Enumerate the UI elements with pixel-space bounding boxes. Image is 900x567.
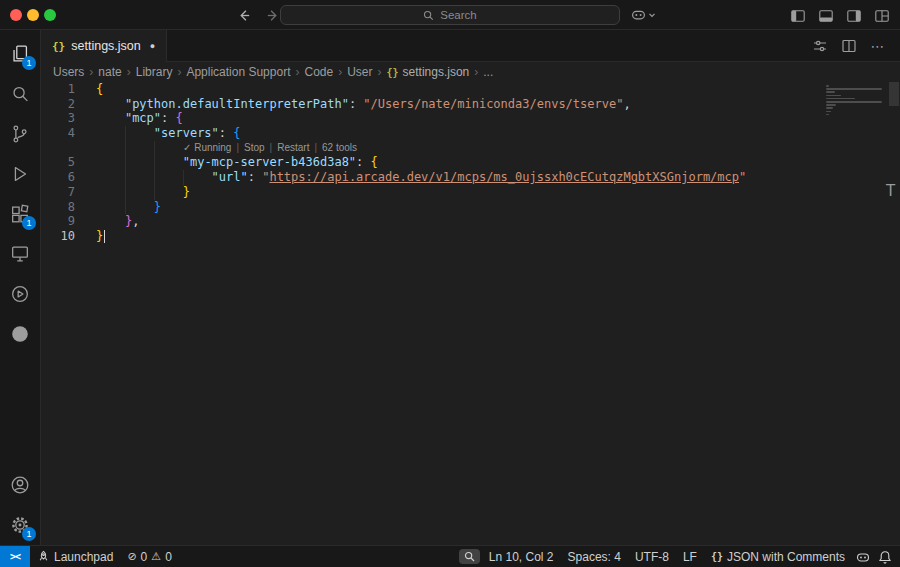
language-label: JSON with Comments (727, 550, 845, 564)
go-back-button[interactable] (234, 6, 254, 25)
sidebar-item-run-debug[interactable] (0, 154, 40, 194)
sidebar-item-explorer[interactable]: 1 (0, 34, 40, 74)
overlay-text-marker: T (886, 182, 895, 200)
copilot-menu-button[interactable] (631, 7, 656, 22)
settings-badge: 1 (22, 527, 36, 541)
code-content: "mcp": { (96, 111, 183, 126)
json-file-icon: {} (387, 67, 399, 78)
copilot-icon (631, 7, 646, 22)
open-settings-ui-button[interactable] (810, 36, 830, 56)
activity-bar: 1 1 (0, 30, 41, 545)
code-line[interactable]: 6 "url": "https://api.arcade.dev/v1/mcps… (41, 170, 900, 185)
encoding-status[interactable]: UTF-8 (628, 546, 676, 567)
code-line[interactable]: 1{ (41, 82, 900, 97)
remote-explorer-icon (9, 243, 31, 265)
editor-actions: ⋯ (810, 30, 900, 61)
indent-guide (183, 170, 184, 185)
code-line[interactable]: 7 } (41, 185, 900, 200)
notifications-bell-button[interactable] (874, 546, 896, 567)
codelens-action[interactable]: Stop (244, 142, 265, 153)
code-line[interactable]: 5 "my-mcp-server-b436d3a8": { (41, 155, 900, 170)
launchpad-status-item[interactable]: Launchpad (30, 546, 120, 567)
sidebar-item-extensions[interactable]: 1 (0, 194, 40, 234)
split-editor-button[interactable] (839, 36, 859, 56)
minimap-line (826, 85, 829, 87)
layout-controls (787, 6, 892, 25)
code-line[interactable]: 9 }, (41, 214, 900, 229)
toggle-secondary-sidebar-button[interactable] (843, 6, 864, 25)
sidebar-item-source-control[interactable] (0, 114, 40, 154)
line-number: 1 (41, 82, 75, 97)
breadcrumb-item[interactable]: Code (304, 65, 333, 79)
manage-settings-button[interactable]: 1 (0, 505, 40, 545)
cursor-position-status[interactable]: Ln 10, Col 2 (482, 546, 561, 567)
breadcrumb-separator-icon: › (89, 65, 93, 79)
minimize-window-button[interactable] (27, 9, 39, 21)
sidebar-item-remote-explorer[interactable] (0, 234, 40, 274)
eol-status[interactable]: LF (676, 546, 704, 567)
breadcrumb-item[interactable]: User (347, 65, 372, 79)
indent-guide (154, 141, 155, 200)
source-control-icon (9, 123, 31, 145)
copilot-status-button[interactable] (852, 546, 874, 567)
github-icon (9, 323, 31, 345)
breadcrumb-separator-icon: › (295, 65, 299, 79)
search-view-icon (9, 83, 31, 105)
sidebar-item-search[interactable] (0, 74, 40, 114)
breadcrumb-separator-icon: › (127, 65, 131, 79)
editor[interactable]: 1{2 "python.defaultInterpreterPath": "/U… (41, 82, 900, 545)
minimap-line (826, 111, 831, 113)
minimap-line (826, 107, 833, 109)
code-line[interactable]: 10} (41, 229, 900, 244)
history-navigation (234, 6, 282, 25)
maximize-window-button[interactable] (44, 9, 56, 21)
editor-scrollbar[interactable] (889, 82, 899, 106)
remote-indicator-button[interactable]: >< (0, 546, 30, 567)
breadcrumb-item[interactable]: nate (98, 65, 121, 79)
chevron-down-icon (648, 11, 656, 19)
explorer-badge: 1 (22, 56, 36, 70)
search-command-center[interactable]: Search (280, 5, 620, 25)
go-forward-button[interactable] (262, 6, 282, 25)
toggle-primary-sidebar-button[interactable] (787, 6, 808, 25)
sidebar-item-run-circle[interactable] (0, 274, 40, 314)
breadcrumb-symbol-placeholder[interactable]: ... (483, 65, 493, 79)
toggle-panel-button[interactable] (815, 6, 836, 25)
codelens-action[interactable]: ✓ Running (183, 142, 231, 153)
close-window-button[interactable] (10, 9, 22, 21)
codelens-action[interactable]: 62 tools (322, 142, 357, 153)
line-number: 6 (41, 170, 75, 185)
code-lines: 1{2 "python.defaultInterpreterPath": "/U… (41, 82, 900, 244)
line-number: 8 (41, 200, 75, 215)
problems-status-item[interactable]: ⊘ 0 ⚠ 0 (120, 546, 178, 567)
breadcrumb-item[interactable]: Application Support (186, 65, 290, 79)
minimap-line (826, 88, 882, 90)
codelens-action[interactable]: Restart (277, 142, 309, 153)
code-line[interactable]: 4 "servers": { (41, 126, 900, 141)
modified-dot-icon[interactable]: ● (150, 41, 155, 51)
indentation-status[interactable]: Spaces: 4 (561, 546, 628, 567)
accounts-button[interactable] (0, 465, 40, 505)
code-line[interactable]: 2 "python.defaultInterpreterPath": "/Use… (41, 97, 900, 112)
breadcrumb-separator-icon: › (378, 65, 382, 79)
language-mode-status[interactable]: {} JSON with Comments (704, 546, 852, 567)
more-actions-button[interactable]: ⋯ (868, 36, 888, 56)
line-number: 10 (41, 229, 75, 244)
code-content: } (96, 200, 161, 215)
code-line[interactable]: 3 "mcp": { (41, 111, 900, 126)
customize-layout-button[interactable] (871, 6, 892, 25)
line-number: 7 (41, 185, 75, 200)
sidebar-item-github[interactable] (0, 314, 40, 354)
line-number: 2 (41, 97, 75, 112)
zoom-indicator-button[interactable] (459, 549, 480, 564)
breadcrumb-item[interactable]: Users (53, 65, 84, 79)
code-line[interactable]: 8 } (41, 200, 900, 215)
minimap-line (826, 91, 835, 93)
breadcrumb-file[interactable]: {}settings.json (387, 65, 470, 79)
breadcrumb-item[interactable]: Library (136, 65, 173, 79)
play-circle-icon (9, 283, 31, 305)
line-number: 3 (41, 111, 75, 126)
search-icon (423, 10, 434, 21)
minimap[interactable] (826, 85, 886, 117)
tab-settings-json[interactable]: {} settings.json ● (41, 30, 167, 62)
